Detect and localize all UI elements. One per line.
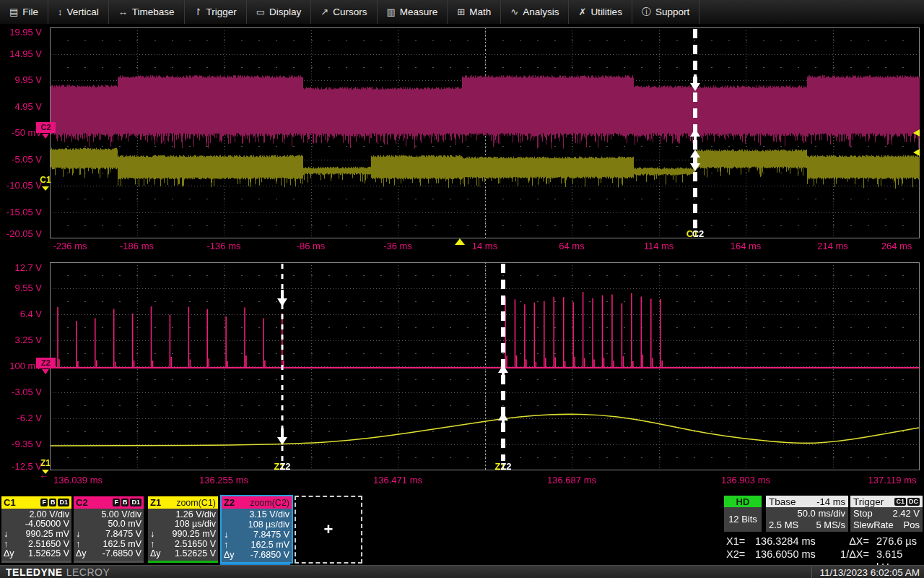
menu-math[interactable]: ⊞Math bbox=[448, 0, 501, 24]
hd-bits: 12 Bits bbox=[724, 507, 762, 532]
menu-display[interactable]: ▭Display bbox=[247, 0, 312, 24]
zoom-descriptor-z2[interactable]: Z2 zoom(C2) 3.15 V/div 108 µs/div ↓7.847… bbox=[220, 495, 293, 564]
hd-mode-box[interactable]: HD 12 Bits bbox=[724, 496, 762, 532]
z1-cursor-high: 2.51650 V bbox=[175, 540, 216, 549]
vertical-icon: ↕ bbox=[58, 7, 63, 17]
trigger-mode: Stop bbox=[853, 508, 873, 519]
menu-timebase-label: Timebase bbox=[132, 7, 175, 17]
menu-vertical[interactable]: ↕Vertical bbox=[48, 0, 109, 24]
c1-strip bbox=[1, 561, 71, 563]
z1-tdiv: 108 µs/div bbox=[175, 519, 216, 529]
menu-cursors-label: Cursors bbox=[333, 7, 367, 17]
add-trace-button[interactable]: + bbox=[295, 496, 362, 564]
c2-bandwidth-badge: B bbox=[121, 499, 129, 506]
channel-descriptor-c2[interactable]: C2 F B D1 5.00 V/div 50.0 mV ↓7.8475 V ↑… bbox=[74, 496, 144, 561]
trigger-box[interactable]: Trigger C1 DC Stop2.42 V SlewRatePos bbox=[850, 496, 923, 532]
brand-bold: TELEDYNE bbox=[6, 566, 63, 578]
tbase-scale: 50.0 ms/div bbox=[798, 508, 845, 519]
menu-measure[interactable]: ▥Measure bbox=[378, 0, 448, 24]
menu-vertical-label: Vertical bbox=[67, 7, 99, 17]
c2-vdiv: 5.00 V/div bbox=[101, 510, 141, 519]
menu-utilities[interactable]: ✗Utilities bbox=[569, 0, 632, 24]
menu-file[interactable]: ▤File bbox=[0, 0, 48, 24]
timebase-icon: ↔ bbox=[118, 7, 128, 17]
delta-y-icon: Δy bbox=[76, 549, 87, 558]
z2-delta-y: -7.6850 V bbox=[250, 551, 289, 560]
tbase-rate: 5 MS/s bbox=[816, 519, 845, 530]
z2-cursor-high: 162.5 mV bbox=[250, 540, 289, 550]
c2-cursor-low: 7.8475 V bbox=[105, 530, 141, 539]
waveform-grid-canvas[interactable] bbox=[0, 0, 924, 578]
tbase-label: Tbase bbox=[769, 496, 796, 507]
trigger-level: 2.42 V bbox=[892, 508, 920, 519]
c2-cursor-high: 162.5 mV bbox=[103, 540, 141, 549]
z1-vdiv: 1.26 V/div bbox=[175, 510, 216, 519]
c1-offset: -4.05000 V bbox=[25, 519, 69, 529]
cursor-high-icon: ↑ bbox=[4, 540, 8, 549]
z1-cursor-low: 990.25 mV bbox=[173, 530, 216, 539]
z2-id: Z2 bbox=[224, 497, 235, 508]
c1-filter-badge: F bbox=[40, 499, 48, 506]
trigger-coupling-badge: DC bbox=[907, 498, 920, 506]
c1-bandwidth-badge: B bbox=[49, 499, 57, 506]
cursor-low-icon: ↓ bbox=[224, 530, 228, 540]
cursors-icon: ↗ bbox=[321, 7, 328, 17]
z1-delta-y: 1.52625 V bbox=[175, 549, 216, 558]
analysis-icon: ∿ bbox=[510, 7, 518, 17]
z2-header: Z2 zoom(C2) bbox=[222, 496, 292, 509]
utilities-icon: ✗ bbox=[578, 7, 586, 17]
z1-id: Z1 bbox=[150, 497, 161, 508]
c1-d1-badge: D1 bbox=[58, 499, 69, 506]
oscilloscope-app: ▤File ↕Vertical ↔Timebase ↾Trigger ▭Disp… bbox=[0, 0, 924, 578]
c2-filter-badge: F bbox=[113, 499, 120, 506]
c1-vdiv: 2.00 V/div bbox=[29, 510, 69, 519]
menu-timebase[interactable]: ↔Timebase bbox=[109, 0, 185, 24]
z1-strip bbox=[148, 561, 218, 563]
bottom-panel: C1 F B D1 2.00 V/div -4.05000 V ↓990.25 … bbox=[0, 493, 924, 565]
tbase-samples: 2.5 MS bbox=[769, 519, 798, 530]
z2-tdiv: 108 µs/div bbox=[248, 520, 289, 530]
z2-source-tag: zoom(C2) bbox=[250, 498, 289, 508]
menu-trigger[interactable]: ↾Trigger bbox=[185, 0, 247, 24]
menu-cursors[interactable]: ↗Cursors bbox=[311, 0, 377, 24]
cursor-high-icon: ↑ bbox=[150, 540, 154, 549]
dx-label: ΔX= bbox=[834, 535, 873, 548]
teledyne-lecroy-logo: TELEDYNELECROY bbox=[6, 566, 110, 578]
delta-y-icon: Δy bbox=[224, 551, 235, 560]
brand-light: LECROY bbox=[66, 566, 110, 578]
cursor-low-icon: ↓ bbox=[150, 530, 154, 539]
menu-analysis[interactable]: ∿Analysis bbox=[501, 0, 569, 24]
c2-offset: 50.0 mV bbox=[108, 519, 141, 529]
menu-utilities-label: Utilities bbox=[590, 7, 622, 17]
trigger-source-badge: C1 bbox=[894, 498, 906, 506]
trigger-label: Trigger bbox=[853, 496, 884, 507]
z1-source-tag: zoom(C1) bbox=[176, 498, 216, 508]
dx-value: 276.6 µs bbox=[873, 535, 923, 548]
x1-label: X1= bbox=[726, 535, 755, 548]
c2-header: C2 F B D1 bbox=[74, 496, 144, 509]
math-icon: ⊞ bbox=[457, 7, 465, 17]
c1-header: C1 F B D1 bbox=[1, 496, 71, 509]
menu-support[interactable]: ⓘSupport bbox=[632, 0, 699, 24]
x1-value: 136.3284 ms bbox=[755, 535, 834, 548]
display-icon: ▭ bbox=[256, 7, 265, 17]
cursor-high-icon: ↑ bbox=[76, 540, 80, 549]
cursor-low-icon: ↓ bbox=[4, 530, 8, 539]
zoom-descriptor-z1[interactable]: Z1 zoom(C1) 1.26 V/div 108 µs/div ↓990.2… bbox=[148, 496, 218, 561]
menu-bar: ▤File ↕Vertical ↔Timebase ↾Trigger ▭Disp… bbox=[0, 0, 924, 25]
menu-analysis-label: Analysis bbox=[523, 7, 559, 17]
c1-id: C1 bbox=[4, 497, 16, 508]
c1-cursor-high: 2.51650 V bbox=[28, 540, 69, 549]
c1-cursor-low: 990.25 mV bbox=[26, 530, 69, 539]
c2-delta-y: -7.6850 V bbox=[103, 549, 141, 558]
channel-descriptor-c1[interactable]: C1 F B D1 2.00 V/div -4.05000 V ↓990.25 … bbox=[1, 496, 71, 561]
datetime: 11/13/2023 6:02:05 AM bbox=[811, 566, 920, 578]
status-bar: TELEDYNELECROY 11/13/2023 6:02:05 AM bbox=[0, 565, 924, 578]
tbase-delay: -14 ms bbox=[816, 496, 845, 507]
support-icon: ⓘ bbox=[642, 6, 651, 19]
trigger-slope: Pos bbox=[904, 519, 920, 530]
timebase-box[interactable]: Tbase -14 ms 50.0 ms/div 2.5 MS5 MS/s bbox=[766, 496, 848, 532]
menu-display-label: Display bbox=[269, 7, 301, 17]
z2-vdiv: 3.15 V/div bbox=[249, 510, 289, 519]
plus-icon: + bbox=[324, 520, 334, 539]
